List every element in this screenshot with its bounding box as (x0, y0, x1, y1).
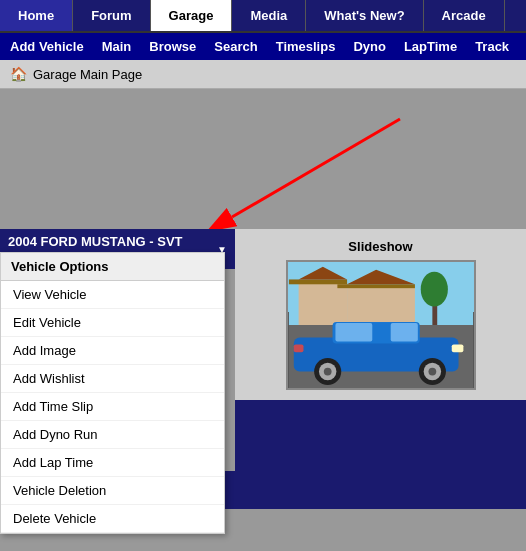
dropdown-menu-header: Vehicle Options (1, 253, 224, 281)
sub-nav-item-track[interactable]: Track (471, 37, 513, 56)
svg-line-1 (232, 119, 400, 217)
sub-nav-item-add-vehicle[interactable]: Add Vehicle (6, 37, 88, 56)
sub-nav-item-timeslips[interactable]: Timeslips (272, 37, 340, 56)
top-nav-item-forum[interactable]: Forum (73, 0, 150, 31)
breadcrumb: 🏠 Garage Main Page (0, 60, 526, 89)
top-nav-item-arcade[interactable]: Arcade (424, 0, 505, 31)
sub-nav-item-browse[interactable]: Browse (145, 37, 200, 56)
svg-point-10 (420, 272, 447, 307)
sub-nav-item-main[interactable]: Main (98, 37, 136, 56)
sub-nav-item-laptime[interactable]: LapTime (400, 37, 461, 56)
menu-item-add-image[interactable]: Add Image (1, 337, 224, 365)
top-nav-item-home[interactable]: Home (0, 0, 73, 31)
svg-rect-14 (335, 323, 372, 341)
slideshow-label: Slideshow (245, 239, 516, 260)
svg-rect-15 (390, 323, 417, 341)
top-nav: HomeForumGarageMediaWhat's New?Arcade (0, 0, 526, 33)
right-panel: Slideshow (235, 229, 526, 509)
right-panel-inner: Slideshow (235, 229, 526, 400)
svg-rect-6 (347, 286, 415, 325)
car-image (286, 260, 476, 390)
dropdown-menu: Vehicle Options View Vehicle Edit Vehicl… (0, 252, 225, 534)
svg-point-21 (428, 368, 436, 376)
sub-nav-item-search[interactable]: Search (210, 37, 261, 56)
menu-item-vehicle-deletion[interactable]: Vehicle Deletion (1, 477, 224, 505)
menu-item-add-lap-time[interactable]: Add Lap Time (1, 449, 224, 477)
menu-item-add-time-slip[interactable]: Add Time Slip (1, 393, 224, 421)
menu-item-edit-vehicle[interactable]: Edit Vehicle (1, 309, 224, 337)
sub-nav: Add VehicleMainBrowseSearchTimeslipsDyno… (0, 33, 526, 60)
sub-nav-item-dyno[interactable]: Dyno (349, 37, 390, 56)
arrow-graphic (0, 89, 526, 234)
top-nav-item-garage[interactable]: Garage (151, 0, 233, 31)
menu-item-add-dyno-run[interactable]: Add Dyno Run (1, 421, 224, 449)
svg-rect-4 (288, 279, 346, 284)
main-area: 2004 FORD MUSTANG - SVT COBRA ▼ Vehicle … (0, 89, 526, 509)
home-icon[interactable]: 🏠 (10, 66, 27, 82)
svg-point-18 (323, 368, 331, 376)
svg-rect-22 (451, 344, 463, 352)
svg-rect-23 (293, 344, 303, 352)
top-nav-item-media[interactable]: Media (232, 0, 306, 31)
menu-item-view-vehicle[interactable]: View Vehicle (1, 281, 224, 309)
breadcrumb-label: Garage Main Page (33, 67, 142, 82)
menu-item-add-wishlist[interactable]: Add Wishlist (1, 365, 224, 393)
menu-item-delete-vehicle[interactable]: Delete Vehicle (1, 505, 224, 533)
svg-rect-7 (337, 284, 415, 288)
top-nav-item-whatsnew[interactable]: What's New? (306, 0, 423, 31)
